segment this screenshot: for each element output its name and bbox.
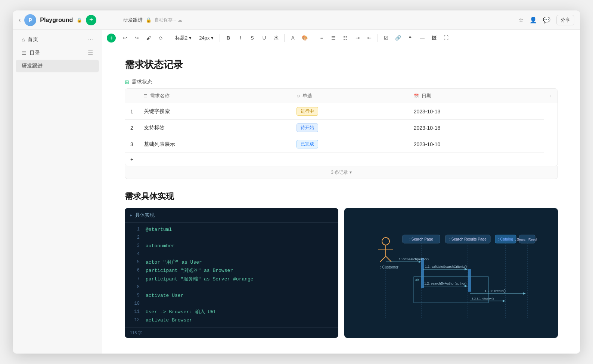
code-line: 7participant "服务端" as Server #orange	[125, 275, 338, 283]
toc-icon: ☰	[22, 50, 27, 56]
heading-selector[interactable]: 标题2 ▾	[172, 34, 195, 43]
quote-button[interactable]: ❝	[405, 33, 415, 43]
row-name[interactable]: 支持标签	[139, 120, 291, 136]
row-num: 2	[125, 120, 139, 136]
titlebar: ‹ P Playground 🔒 + 研发跟进 🔒 自动保存... ☁ ☆ 👤 …	[13, 10, 580, 30]
col-status-header[interactable]: ⊙ 单选	[291, 89, 409, 103]
italic-button[interactable]: I	[235, 33, 245, 43]
code-body: 1@startuml 2 3autonumber 4 5actor "用户" a…	[125, 223, 338, 327]
char-count: 115 字	[125, 327, 338, 338]
star-icon[interactable]: ☆	[518, 16, 524, 23]
underline-button[interactable]: U	[259, 33, 269, 43]
row-name[interactable]: 基础列表展示	[139, 136, 291, 153]
sidebar-item-toc[interactable]: ☰ 目录 ☰	[16, 46, 99, 59]
page-title: 需求状态记录	[125, 58, 558, 71]
status-badge: 进行中	[296, 107, 318, 116]
bold-button[interactable]: B	[223, 33, 233, 43]
strikethrough-button[interactable]: S	[247, 33, 257, 43]
outdent-button[interactable]: ⇤	[364, 33, 375, 43]
row-date[interactable]: 2023-10-10	[409, 136, 544, 153]
insert-button[interactable]: +	[107, 34, 116, 43]
sidebar-item-label: 目录	[30, 50, 85, 56]
titlebar-right: ☆ 👤 💬 分享	[518, 15, 574, 25]
toolbar-divider	[169, 34, 169, 42]
toolbar-divider2	[220, 34, 220, 42]
requirements-table: ☰ 需求名称 ⊙ 单选 📅 日期	[125, 89, 558, 166]
status-badge: 已完成	[296, 140, 318, 148]
table-add-row[interactable]: +	[125, 153, 558, 166]
table-row: 3 基础列表展示 已完成 2023-10-10	[125, 136, 558, 153]
titlebar-left: ‹ P Playground 🔒 +	[19, 14, 123, 26]
col-name-icon: ☰	[144, 94, 148, 98]
row-status[interactable]: 进行中	[291, 103, 409, 120]
row-status[interactable]: 待开始	[291, 120, 409, 136]
sidebar-item-toc-dots[interactable]: ☰	[88, 49, 93, 56]
table-icon: ⊞	[125, 79, 129, 85]
sidebar-item-dots[interactable]: ···	[88, 36, 93, 43]
code-line: 8	[125, 283, 338, 292]
chevron-down-icon: ▾	[211, 35, 214, 41]
divider-button[interactable]: —	[417, 33, 427, 43]
toolbar-divider4	[313, 34, 313, 42]
ruby-button[interactable]: 水	[271, 33, 281, 43]
add-document-button[interactable]: +	[86, 15, 96, 25]
share-button[interactable]: 分享	[556, 15, 574, 25]
indent-button[interactable]: ⇥	[352, 33, 363, 43]
table-section-header: ⊞ 需求状态	[125, 79, 558, 85]
titlebar-center: 研发跟进 🔒 自动保存... ☁	[123, 17, 518, 23]
status-badge: 待开始	[296, 123, 318, 132]
section2-title: 需求具体实现	[125, 191, 558, 202]
sidebar-item-dev-track[interactable]: 研发跟进	[16, 60, 99, 72]
bullet-list-button[interactable]: ☰	[328, 33, 339, 43]
lock-icon: 🔒	[77, 18, 82, 23]
sidebar-item-home[interactable]: ⌂ 首页 ···	[16, 33, 99, 46]
col-date-header[interactable]: 📅 日期	[409, 89, 544, 103]
clear-format-button[interactable]: ◇	[155, 33, 166, 43]
cloud-icon: ☁	[178, 18, 182, 23]
table-footer[interactable]: 3 条记录 ▾	[125, 166, 558, 179]
sidebar-item-label: 研发跟进	[22, 63, 93, 69]
svg-text:1.2.1: create(): 1.2.1: create()	[485, 289, 506, 293]
fullscreen-button[interactable]: ⛶	[441, 33, 451, 43]
undo-button[interactable]: ↩	[119, 33, 130, 43]
row-name[interactable]: 关键字搜索	[139, 103, 291, 120]
svg-text:: Search Page: : Search Page	[409, 237, 433, 241]
svg-text:: Search Results Page: : Search Results Page	[449, 237, 487, 241]
comment-icon[interactable]: 💬	[543, 16, 550, 23]
link-button[interactable]: 🔗	[393, 33, 403, 43]
font-color-button[interactable]: A	[288, 33, 298, 43]
code-line: 11User -> Browser: 输入 URL	[125, 308, 338, 316]
code-block: ▸ 具体实现 1@startuml 2 3autonumber 4 5actor…	[125, 208, 338, 338]
col-status-icon: ⊙	[296, 94, 300, 98]
image-button[interactable]: 🖼	[429, 33, 439, 43]
row-date[interactable]: 2023-10-18	[409, 120, 544, 136]
app-window: ‹ P Playground 🔒 + 研发跟进 🔒 自动保存... ☁ ☆ 👤 …	[13, 10, 580, 354]
checkbox-button[interactable]: ☑	[381, 33, 391, 43]
col-add-header[interactable]: +	[544, 89, 558, 103]
row-status[interactable]: 已完成	[291, 136, 409, 153]
row-num: 1	[125, 103, 139, 120]
align-button[interactable]: ≡	[316, 33, 327, 43]
back-button[interactable]: ‹	[19, 17, 21, 23]
sequence-diagram: : Customer : Search Page : Search Result…	[365, 228, 537, 318]
diagram-block: : Customer : Search Page : Search Result…	[344, 208, 558, 338]
chevron-down-icon: ▾	[189, 35, 192, 41]
toolbar-divider5	[378, 34, 378, 42]
row-date[interactable]: 2023-10-13	[409, 103, 544, 120]
col-date-icon: 📅	[414, 94, 419, 98]
row-num: 3	[125, 136, 139, 153]
add-row-button[interactable]: +	[125, 153, 544, 166]
col-name-header[interactable]: ☰ 需求名称	[139, 89, 291, 103]
format-painter-button[interactable]: 🖌	[143, 33, 154, 43]
toolbar: + ↩ ↪ 🖌 ◇ 标题2 ▾ 24px ▾ B I S U 水	[102, 30, 580, 46]
home-icon: ⌂	[22, 37, 25, 43]
highlight-button[interactable]: 🎨	[299, 33, 310, 43]
code-line: 12activate Browser	[125, 316, 338, 324]
redo-button[interactable]: ↪	[131, 33, 142, 43]
font-size-selector[interactable]: 24px ▾	[196, 34, 217, 42]
table-row: 2 支持标签 待开始 2023-10-18	[125, 120, 558, 136]
diagram-inner: : Customer : Search Page : Search Result…	[344, 208, 558, 338]
collapse-icon[interactable]: ▸	[130, 213, 132, 218]
ordered-list-button[interactable]: ☷	[340, 33, 351, 43]
user-icon[interactable]: 👤	[530, 16, 537, 23]
